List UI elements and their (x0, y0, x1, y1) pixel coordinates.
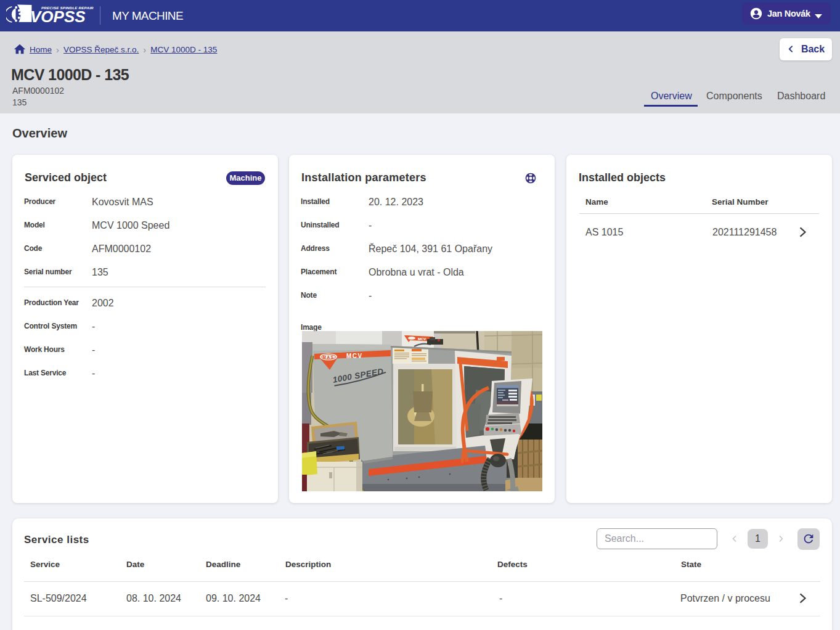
svg-text:MCV: MCV (418, 337, 426, 341)
svg-text:MAS: MAS (323, 355, 335, 359)
svg-text:VOPSS: VOPSS (30, 7, 86, 26)
svg-text:MCV: MCV (346, 353, 363, 359)
